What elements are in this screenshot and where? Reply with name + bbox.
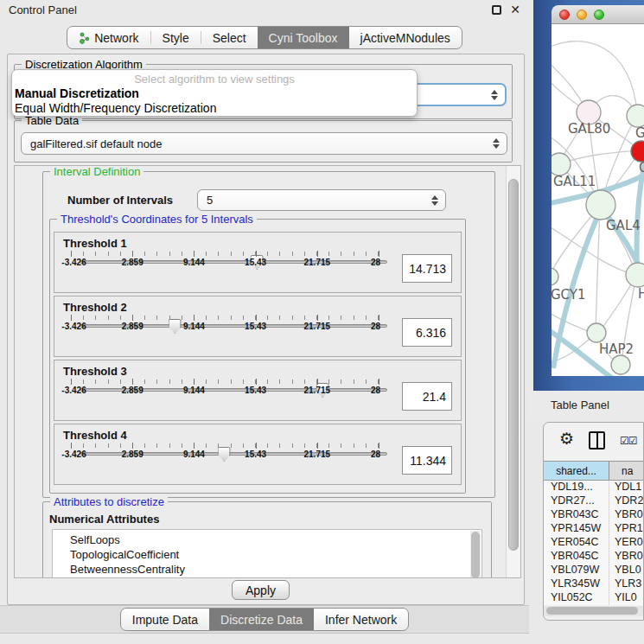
tab-cyni-toolbox[interactable]: Cyni Toolbox	[258, 27, 349, 48]
algorithm-dropdown-popup: Select algorithm to view settings Manual…	[11, 69, 418, 117]
screen: Control Panel ✕ Network	[0, 0, 644, 644]
node-top-right[interactable]	[627, 105, 644, 127]
panel-title: Control Panel	[9, 3, 77, 16]
gear-icon[interactable]: ⚙	[559, 430, 574, 448]
table-row[interactable]: YBR043CYBR0	[544, 508, 643, 522]
threshold-value-field[interactable]: 21.4	[402, 382, 452, 411]
svg-text:C: C	[639, 160, 644, 175]
tab-network[interactable]: Network	[67, 27, 150, 48]
network-window-titlebar[interactable]	[552, 5, 644, 24]
settings-scrollpane: Interval Definition Number of Intervals …	[14, 165, 521, 578]
column-header-shared[interactable]: shared...	[544, 462, 609, 480]
close-icon[interactable]: ✕	[510, 5, 520, 15]
table-row[interactable]: YDR27...YDR2	[544, 494, 643, 508]
node-gal4[interactable]	[586, 190, 615, 220]
slider-tick-labels: -3.4262.8599.14415.4321.71528	[71, 322, 379, 332]
apply-button[interactable]: Apply	[232, 580, 290, 600]
table-row[interactable]: YBR045CYBR0	[544, 550, 643, 564]
settings-scrollbar[interactable]	[506, 166, 520, 577]
slider-tick-labels: -3.4262.8599.14415.4321.71528	[71, 450, 379, 460]
column-layout-icon[interactable]	[589, 431, 605, 450]
svg-text:GAL11: GAL11	[553, 174, 596, 189]
threshold-value-field[interactable]: 6.316	[402, 318, 452, 347]
group-title: Attributes to discretize	[50, 495, 168, 508]
bottom-tabbar: Impute Data Discretize Data Infer Networ…	[0, 605, 529, 634]
slider-ticks	[71, 379, 379, 384]
svg-text:H: H	[638, 286, 644, 302]
svg-text:GAL4: GAL4	[606, 218, 641, 233]
column-header-name[interactable]: na	[609, 462, 643, 480]
tab-select[interactable]: Select	[201, 27, 258, 48]
number-of-intervals-combobox[interactable]: 5	[197, 189, 446, 211]
control-panel-titlebar: Control Panel ✕	[0, 0, 529, 19]
table-toolbar: ⚙ ☑☑	[544, 423, 643, 461]
close-traffic-button[interactable]	[559, 10, 570, 20]
table-row[interactable]: YER054CYER0	[544, 536, 643, 550]
table-panel-title: Table Panel	[551, 399, 609, 411]
node-gcy1[interactable]	[552, 268, 558, 285]
network-icon	[79, 32, 90, 44]
table-row[interactable]: YLR345WYLR3	[544, 577, 643, 591]
list-item[interactable]: TopologicalCoefficient	[70, 547, 481, 562]
table-header-row: shared... na	[544, 461, 643, 481]
table-panel-titlebar: Table Panel	[529, 391, 644, 419]
table-data-combobox[interactable]: galFiltered.sif default node	[21, 132, 507, 155]
dropdown-hint: Select algorithm to view settings	[12, 73, 417, 86]
table-row[interactable]: YDL19...YDL1	[544, 481, 643, 494]
table-panel: ⚙ ☑☑ shared... na YDL19...YDL1 YDR27...Y…	[543, 422, 644, 621]
minimize-traffic-button[interactable]	[577, 10, 587, 20]
table-body: YDL19...YDL1 YDR27...YDR2 YBR043CYBR0 YP…	[544, 481, 643, 605]
node-h[interactable]	[626, 263, 644, 287]
control-panel: Control Panel ✕ Network	[0, 0, 529, 644]
interval-definition-group: Interval Definition Number of Intervals …	[42, 171, 495, 498]
tab-infer-network[interactable]: Infer Network	[314, 609, 408, 630]
list-scrollbar[interactable]	[470, 531, 481, 578]
number-of-intervals-label: Number of Intervals	[67, 194, 173, 207]
table-horizontal-scrollbar[interactable]	[544, 606, 643, 616]
threshold-box: Threshold 3 21.4	[54, 360, 462, 421]
thresholds-group: Threshold's Coordinates for 5 Intervals …	[49, 219, 466, 494]
table-row[interactable]: YIL052CYIL0	[544, 591, 643, 605]
dropdown-option[interactable]: Manual Discretization	[12, 86, 417, 101]
network-canvas[interactable]: GAL80 G C GAL11 GAL4 GCY1 H HAP2	[552, 24, 644, 376]
zoom-traffic-button[interactable]	[594, 10, 604, 20]
slider-tick-labels: -3.4262.8599.14415.4321.71528	[71, 258, 379, 268]
spinner-arrows-icon[interactable]	[491, 90, 498, 100]
svg-text:GAL80: GAL80	[568, 121, 610, 137]
tab-impute-data[interactable]: Impute Data	[121, 609, 209, 630]
slider-tick-labels: -3.4262.8599.14415.4321.71528	[71, 386, 379, 396]
tab-style[interactable]: Style	[151, 27, 201, 48]
svg-text:GCY1: GCY1	[552, 287, 586, 303]
right-section: GAL80 G C GAL11 GAL4 GCY1 H HAP2 Table P…	[529, 0, 644, 644]
slider-ticks	[71, 316, 379, 320]
node-hap2[interactable]	[587, 323, 606, 342]
table-data-group: Table Data galFiltered.sif default node	[14, 120, 513, 163]
slider-ticks	[71, 252, 379, 256]
attributes-list: SelfLoops TopologicalCoefficient Between…	[52, 529, 482, 578]
group-title: Threshold's Coordinates for 5 Intervals	[57, 213, 257, 226]
threshold-value-field[interactable]: 14.713	[402, 254, 452, 283]
slider-ticks	[71, 443, 379, 448]
top-tabbar: Network Style Select Cyni Toolbox jActiv…	[0, 26, 529, 49]
svg-text:HAP2: HAP2	[599, 341, 634, 357]
threshold-box: Threshold 1 14.713	[54, 232, 462, 293]
threshold-value-field[interactable]: 11.344	[402, 446, 452, 475]
svg-text:G: G	[635, 125, 644, 141]
node-gal11[interactable]	[552, 153, 571, 175]
tab-jactivemnodules[interactable]: jActiveMNodules	[349, 27, 462, 48]
network-desktop: GAL80 G C GAL11 GAL4 GCY1 H HAP2	[533, 0, 644, 391]
threshold-box: Threshold 4 11.344	[54, 424, 462, 485]
dropdown-option[interactable]: Equal Width/Frequency Discretization	[12, 101, 417, 116]
list-item[interactable]: SelfLoops	[70, 532, 481, 547]
float-window-icon[interactable]	[492, 5, 501, 15]
spinner-arrows-icon[interactable]	[493, 138, 500, 149]
tab-discretize-data[interactable]: Discretize Data	[209, 609, 314, 630]
table-row[interactable]: YPR145WYPR1	[544, 522, 643, 536]
table-row[interactable]: YBL079WYBL0	[544, 564, 643, 577]
group-title: Interval Definition	[50, 165, 143, 178]
network-graph: GAL80 G C GAL11 GAL4 GCY1 H HAP2	[552, 24, 644, 376]
select-columns-icon[interactable]: ☑☑	[620, 435, 637, 447]
spinner-arrows-icon[interactable]	[431, 195, 438, 206]
node-bottom[interactable]	[611, 355, 630, 374]
list-item[interactable]: BetweennessCentrality	[70, 562, 481, 577]
